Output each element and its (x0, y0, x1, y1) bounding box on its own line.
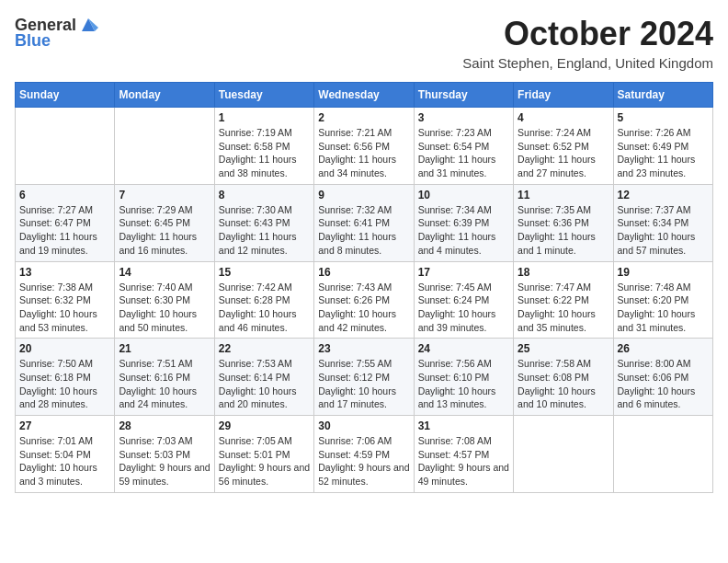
calendar-week-row: 6Sunrise: 7:27 AMSunset: 6:47 PMDaylight… (16, 184, 713, 261)
day-detail: Sunrise: 7:37 AMSunset: 6:34 PMDaylight:… (618, 203, 709, 258)
day-detail: Sunrise: 7:21 AMSunset: 6:56 PMDaylight:… (318, 126, 409, 180)
day-detail: Sunrise: 7:05 AMSunset: 5:01 PMDaylight:… (219, 434, 310, 488)
day-detail: Sunrise: 7:19 AMSunset: 6:58 PMDaylight:… (219, 126, 310, 180)
calendar-header-row: SundayMondayTuesdayWednesdayThursdayFrid… (16, 83, 713, 108)
calendar-cell: 11Sunrise: 7:35 AMSunset: 6:36 PMDayligh… (514, 184, 613, 261)
calendar-cell: 28Sunrise: 7:03 AMSunset: 5:03 PMDayligh… (115, 416, 214, 493)
day-number: 1 (219, 111, 310, 124)
day-detail: Sunrise: 7:55 AMSunset: 6:12 PMDaylight:… (318, 357, 409, 411)
day-number: 30 (318, 419, 409, 432)
calendar-cell: 24Sunrise: 7:56 AMSunset: 6:10 PMDayligh… (414, 339, 513, 416)
day-number: 29 (219, 419, 310, 432)
calendar-header-sunday: Sunday (16, 83, 115, 108)
day-detail: Sunrise: 7:06 AMSunset: 4:59 PMDaylight:… (318, 434, 409, 488)
day-detail: Sunrise: 7:45 AMSunset: 6:24 PMDaylight:… (418, 281, 509, 335)
calendar-cell: 7Sunrise: 7:29 AMSunset: 6:45 PMDaylight… (115, 184, 214, 261)
day-number: 19 (618, 266, 709, 279)
calendar-cell: 25Sunrise: 7:58 AMSunset: 6:08 PMDayligh… (514, 339, 613, 416)
calendar-header-saturday: Saturday (613, 83, 712, 108)
day-detail: Sunrise: 7:38 AMSunset: 6:32 PMDaylight:… (19, 281, 110, 335)
day-detail: Sunrise: 8:00 AMSunset: 6:06 PMDaylight:… (618, 357, 709, 411)
calendar-cell (514, 416, 613, 493)
day-number: 24 (418, 342, 509, 355)
calendar-cell: 30Sunrise: 7:06 AMSunset: 4:59 PMDayligh… (314, 416, 414, 493)
logo-icon (78, 15, 98, 35)
calendar-week-row: 20Sunrise: 7:50 AMSunset: 6:18 PMDayligh… (16, 339, 713, 416)
day-detail: Sunrise: 7:58 AMSunset: 6:08 PMDaylight:… (518, 357, 609, 411)
calendar-header-friday: Friday (514, 83, 613, 108)
day-detail: Sunrise: 7:48 AMSunset: 6:20 PMDaylight:… (618, 281, 709, 335)
calendar-cell: 1Sunrise: 7:19 AMSunset: 6:58 PMDaylight… (214, 108, 313, 185)
day-detail: Sunrise: 7:08 AMSunset: 4:57 PMDaylight:… (418, 434, 509, 488)
day-number: 3 (418, 111, 509, 124)
calendar-cell: 18Sunrise: 7:47 AMSunset: 6:22 PMDayligh… (514, 261, 613, 339)
day-number: 16 (318, 266, 409, 279)
calendar-cell: 26Sunrise: 8:00 AMSunset: 6:06 PMDayligh… (613, 339, 712, 416)
day-number: 7 (119, 189, 210, 201)
day-number: 2 (318, 111, 409, 124)
calendar-cell: 9Sunrise: 7:32 AMSunset: 6:41 PMDaylight… (314, 184, 414, 261)
calendar-cell: 6Sunrise: 7:27 AMSunset: 6:47 PMDaylight… (16, 184, 115, 261)
calendar-cell: 5Sunrise: 7:26 AMSunset: 6:49 PMDaylight… (613, 108, 712, 185)
day-number: 5 (618, 111, 709, 124)
day-number: 6 (19, 189, 110, 201)
day-detail: Sunrise: 7:27 AMSunset: 6:47 PMDaylight:… (19, 203, 110, 258)
day-number: 31 (418, 419, 509, 432)
day-detail: Sunrise: 7:50 AMSunset: 6:18 PMDaylight:… (19, 357, 110, 411)
day-number: 22 (219, 342, 310, 355)
day-detail: Sunrise: 7:35 AMSunset: 6:36 PMDaylight:… (518, 203, 609, 258)
calendar-cell: 31Sunrise: 7:08 AMSunset: 4:57 PMDayligh… (414, 416, 513, 493)
calendar-cell: 23Sunrise: 7:55 AMSunset: 6:12 PMDayligh… (314, 339, 414, 416)
day-number: 13 (19, 266, 110, 279)
calendar-cell: 22Sunrise: 7:53 AMSunset: 6:14 PMDayligh… (214, 339, 313, 416)
day-number: 18 (518, 266, 609, 279)
day-number: 21 (119, 342, 210, 355)
day-detail: Sunrise: 7:24 AMSunset: 6:52 PMDaylight:… (518, 126, 609, 180)
calendar-header-tuesday: Tuesday (214, 83, 313, 108)
calendar-week-row: 13Sunrise: 7:38 AMSunset: 6:32 PMDayligh… (16, 261, 713, 339)
calendar-cell: 8Sunrise: 7:30 AMSunset: 6:43 PMDaylight… (214, 184, 313, 261)
day-detail: Sunrise: 7:32 AMSunset: 6:41 PMDaylight:… (318, 203, 409, 258)
day-number: 9 (318, 189, 409, 201)
calendar-cell (613, 416, 712, 493)
calendar-cell: 29Sunrise: 7:05 AMSunset: 5:01 PMDayligh… (214, 416, 313, 493)
calendar-cell: 2Sunrise: 7:21 AMSunset: 6:56 PMDaylight… (314, 108, 414, 185)
day-number: 27 (19, 419, 110, 432)
day-number: 12 (618, 189, 709, 201)
calendar-header-monday: Monday (115, 83, 214, 108)
day-number: 25 (518, 342, 609, 355)
header: General Blue October 2024 Saint Stephen,… (15, 15, 713, 71)
calendar-cell: 10Sunrise: 7:34 AMSunset: 6:39 PMDayligh… (414, 184, 513, 261)
calendar-cell: 14Sunrise: 7:40 AMSunset: 6:30 PMDayligh… (115, 261, 214, 339)
day-detail: Sunrise: 7:53 AMSunset: 6:14 PMDaylight:… (219, 357, 310, 411)
day-number: 8 (219, 189, 310, 201)
logo: General Blue (15, 15, 98, 51)
calendar-cell: 3Sunrise: 7:23 AMSunset: 6:54 PMDaylight… (414, 108, 513, 185)
location: Saint Stephen, England, United Kingdom (462, 55, 713, 71)
calendar-cell: 21Sunrise: 7:51 AMSunset: 6:16 PMDayligh… (115, 339, 214, 416)
day-detail: Sunrise: 7:51 AMSunset: 6:16 PMDaylight:… (119, 357, 210, 411)
calendar-cell: 13Sunrise: 7:38 AMSunset: 6:32 PMDayligh… (16, 261, 115, 339)
day-detail: Sunrise: 7:40 AMSunset: 6:30 PMDaylight:… (119, 281, 210, 335)
day-detail: Sunrise: 7:42 AMSunset: 6:28 PMDaylight:… (219, 281, 310, 335)
day-detail: Sunrise: 7:03 AMSunset: 5:03 PMDaylight:… (119, 434, 210, 488)
day-detail: Sunrise: 7:26 AMSunset: 6:49 PMDaylight:… (618, 126, 709, 180)
calendar-header-wednesday: Wednesday (314, 83, 414, 108)
calendar-cell: 19Sunrise: 7:48 AMSunset: 6:20 PMDayligh… (613, 261, 712, 339)
day-number: 15 (219, 266, 310, 279)
day-number: 4 (518, 111, 609, 124)
day-detail: Sunrise: 7:30 AMSunset: 6:43 PMDaylight:… (219, 203, 310, 258)
calendar-cell: 16Sunrise: 7:43 AMSunset: 6:26 PMDayligh… (314, 261, 414, 339)
day-detail: Sunrise: 7:43 AMSunset: 6:26 PMDaylight:… (318, 281, 409, 335)
day-number: 11 (518, 189, 609, 201)
day-number: 23 (318, 342, 409, 355)
calendar-cell: 12Sunrise: 7:37 AMSunset: 6:34 PMDayligh… (613, 184, 712, 261)
day-detail: Sunrise: 7:29 AMSunset: 6:45 PMDaylight:… (119, 203, 210, 258)
calendar-header-thursday: Thursday (414, 83, 513, 108)
calendar-week-row: 1Sunrise: 7:19 AMSunset: 6:58 PMDaylight… (16, 108, 713, 185)
calendar-cell (16, 108, 115, 185)
title-area: October 2024 Saint Stephen, England, Uni… (462, 15, 713, 71)
calendar-cell: 17Sunrise: 7:45 AMSunset: 6:24 PMDayligh… (414, 261, 513, 339)
day-number: 26 (618, 342, 709, 355)
calendar-cell: 27Sunrise: 7:01 AMSunset: 5:04 PMDayligh… (16, 416, 115, 493)
